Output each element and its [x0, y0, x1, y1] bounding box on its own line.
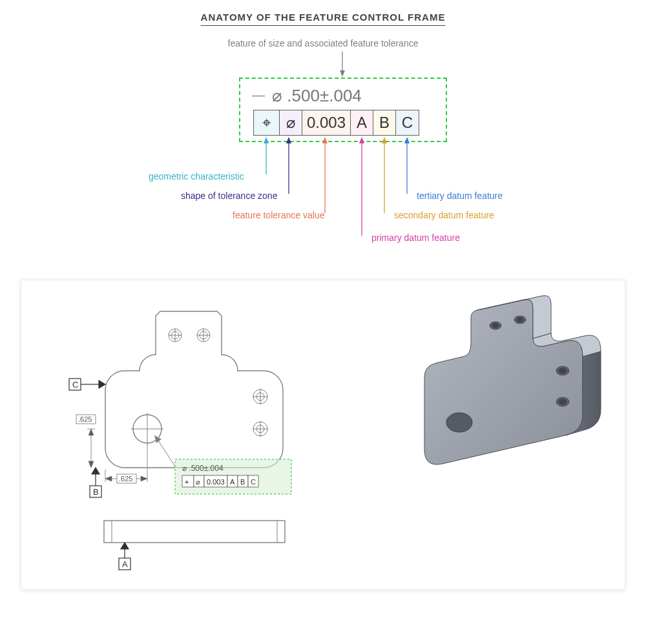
svg-marker-55	[154, 435, 162, 443]
svg-text:.625: .625	[78, 415, 92, 423]
fcf-diagram: — ⌀ .500±.004 ⌖ ⌀ 0.003 A B C geometric …	[129, 48, 517, 275]
svg-point-85	[559, 399, 567, 404]
isometric-view	[360, 293, 618, 539]
svg-marker-51	[92, 468, 99, 474]
fcf-tolerance-value: 0.003	[302, 110, 351, 135]
svg-text:⌀: ⌀	[196, 478, 200, 486]
orthographic-views: .625 .625 C B ⌀ .500±.004	[21, 280, 357, 590]
label-value: feature tolerance value	[233, 210, 324, 220]
feature-of-size-text: — ⌀ .500±.004	[252, 86, 362, 106]
svg-marker-1	[340, 70, 345, 77]
svg-text:C: C	[251, 478, 256, 486]
svg-text:B: B	[93, 487, 99, 497]
label-geometric: geometric characteristic	[149, 171, 244, 182]
svg-marker-49	[99, 380, 105, 388]
fcf-datum-tertiary: C	[396, 110, 419, 135]
svg-text:A: A	[122, 559, 128, 569]
svg-marker-40	[105, 476, 112, 481]
label-secondary: secondary datum feature	[394, 210, 494, 220]
svg-point-79	[492, 324, 499, 328]
svg-text:B: B	[240, 478, 245, 486]
feature-control-frame: ⌖ ⌀ 0.003 A B C	[253, 110, 419, 136]
fcf-datum-primary: A	[351, 110, 373, 135]
svg-rect-70	[104, 521, 285, 543]
fcf-datum-secondary: B	[373, 110, 396, 135]
svg-marker-74	[121, 543, 129, 549]
svg-text:0.003: 0.003	[207, 478, 225, 486]
engineering-drawing: .625 .625 C B ⌀ .500±.004	[21, 280, 625, 590]
fcf-geometric-symbol: ⌖	[254, 110, 280, 135]
svg-text:.625: .625	[119, 475, 132, 483]
svg-point-83	[559, 368, 567, 373]
svg-point-77	[446, 413, 472, 432]
top-callout-label: feature of size and associated feature t…	[0, 38, 646, 48]
svg-marker-35	[89, 429, 94, 435]
svg-marker-36	[89, 461, 94, 468]
label-tertiary: tertiary datum feature	[417, 191, 503, 201]
svg-text:A: A	[230, 478, 235, 486]
page-title: ANATOMY OF THE FEATURE CONTROL FRAME	[0, 0, 646, 26]
fcf-zone-shape: ⌀	[280, 110, 302, 135]
svg-text:⌖: ⌖	[185, 478, 189, 486]
label-shape: shape of tolerance zone	[181, 191, 277, 201]
svg-marker-41	[141, 476, 147, 481]
svg-text:C: C	[72, 380, 78, 390]
svg-line-54	[157, 439, 175, 466]
label-primary: primary datum feature	[371, 233, 460, 243]
svg-point-81	[517, 318, 523, 322]
svg-text:⌀ .500±.004: ⌀ .500±.004	[182, 464, 224, 473]
